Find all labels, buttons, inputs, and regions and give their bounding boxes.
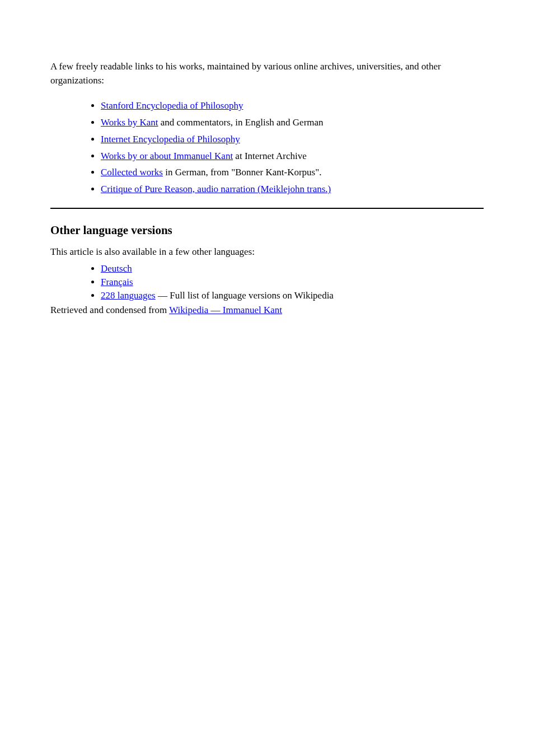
retrieved-prefix: Retrieved and condensed from <box>50 305 169 315</box>
list-item: Deutsch <box>101 262 484 276</box>
retrieved-line: Retrieved and condensed from Wikipedia —… <box>50 305 484 316</box>
profile-link-archive[interactable]: Works by or about Immanuel Kant <box>101 151 233 161</box>
list-item: Stanford Encyclopedia of Philosophy <box>101 97 484 114</box>
intro-paragraph: A few freely readable links to his works… <box>50 60 484 87</box>
profile-link-critique-audio[interactable]: Critique of Pure Reason, audio narration… <box>101 184 331 194</box>
profile-link-collected-works[interactable]: Collected works <box>101 167 163 178</box>
list-item: Français <box>101 276 484 289</box>
profile-link-works-kant[interactable]: Works by Kant <box>101 117 158 128</box>
list-item: Critique of Pure Reason, audio narration… <box>101 181 484 198</box>
list-item: Collected works in German, from "Bonner … <box>101 164 484 181</box>
list-item: Internet Encyclopedia of Philosophy <box>101 131 484 148</box>
profile-links-list: Stanford Encyclopedia of Philosophy Work… <box>50 97 484 198</box>
list-item: Works by Kant and commentators, in Engli… <box>101 114 484 131</box>
link-trail: and commentators, in English and German <box>158 117 324 128</box>
link-trail: — Full list of language versions on Wiki… <box>156 290 334 301</box>
language-link-all[interactable]: 228 languages <box>101 290 156 301</box>
profile-link-stanford[interactable]: Stanford Encyclopedia of Philosophy <box>101 100 243 111</box>
section-divider <box>50 208 484 209</box>
languages-list: Deutsch Français 228 languages — Full li… <box>50 262 484 302</box>
language-link-fr[interactable]: Français <box>101 277 133 287</box>
list-item: 228 languages — Full list of language ve… <box>101 289 484 302</box>
language-link-de[interactable]: Deutsch <box>101 263 132 274</box>
section-heading-languages: Other language versions <box>50 223 484 237</box>
languages-intro: This article is also available in a few … <box>50 246 484 258</box>
list-item: Works by or about Immanuel Kant at Inter… <box>101 148 484 165</box>
link-trail: at Internet Archive <box>233 151 307 161</box>
retrieved-source-link[interactable]: Wikipedia — Immanuel Kant <box>169 305 282 315</box>
link-trail: in German, from "Bonner Kant-Korpus". <box>163 167 321 178</box>
profile-link-iep[interactable]: Internet Encyclopedia of Philosophy <box>101 134 240 144</box>
